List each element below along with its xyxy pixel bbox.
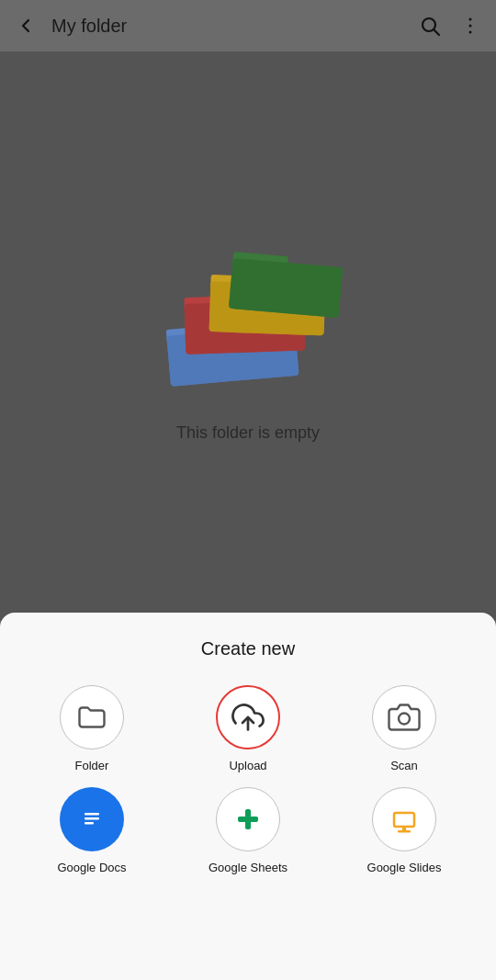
svg-line-1 xyxy=(434,30,440,36)
scan-icon-circle xyxy=(372,685,436,749)
folder-label: Folder xyxy=(75,759,109,772)
bottom-sheet-title: Create new xyxy=(18,638,478,659)
slides-label: Google Slides xyxy=(367,861,442,874)
bottom-sheet: Create new Folder Upload xyxy=(0,613,496,980)
svg-rect-27 xyxy=(398,830,411,833)
sheets-icon xyxy=(231,803,265,836)
svg-rect-16 xyxy=(229,257,343,317)
top-bar: My folder xyxy=(0,0,496,51)
svg-rect-25 xyxy=(394,813,414,827)
sheets-icon-circle xyxy=(216,787,280,851)
svg-point-3 xyxy=(469,25,472,28)
svg-rect-21 xyxy=(85,817,99,820)
docs-label: Google Docs xyxy=(57,861,126,874)
upload-item[interactable]: Upload xyxy=(175,685,321,772)
create-folder-item[interactable]: Folder xyxy=(18,685,165,772)
sheets-label: Google Sheets xyxy=(209,861,287,874)
search-button[interactable] xyxy=(419,15,441,37)
docs-icon xyxy=(76,804,107,835)
main-content: This folder is empty xyxy=(0,51,496,621)
svg-rect-20 xyxy=(85,813,99,816)
upload-icon xyxy=(231,701,265,734)
google-docs-item[interactable]: Google Docs xyxy=(18,787,165,874)
slides-icon xyxy=(388,803,421,836)
empty-folder-text: This folder is empty xyxy=(176,423,320,443)
svg-point-18 xyxy=(399,714,410,725)
upload-icon-circle xyxy=(216,685,280,749)
scan-item[interactable]: Scan xyxy=(331,685,478,772)
svg-rect-24 xyxy=(238,817,258,822)
header-actions xyxy=(419,15,481,37)
svg-point-2 xyxy=(469,18,472,21)
docs-icon-circle xyxy=(60,787,124,851)
folder-illustration xyxy=(147,231,349,396)
scan-label: Scan xyxy=(390,759,418,772)
more-options-button[interactable] xyxy=(459,15,481,37)
scan-icon xyxy=(388,701,421,734)
google-slides-item[interactable]: Google Slides xyxy=(331,787,478,874)
svg-point-4 xyxy=(469,31,472,34)
folder-icon xyxy=(75,701,108,734)
page-title: My folder xyxy=(51,16,419,37)
slides-icon-circle xyxy=(372,787,436,851)
back-button[interactable] xyxy=(15,15,37,37)
svg-rect-22 xyxy=(85,822,94,825)
folder-icon-circle xyxy=(60,685,124,749)
svg-rect-26 xyxy=(402,827,406,830)
create-new-grid: Folder Upload Scan xyxy=(18,685,478,874)
google-sheets-item[interactable]: Google Sheets xyxy=(175,787,321,874)
upload-label: Upload xyxy=(229,759,266,772)
